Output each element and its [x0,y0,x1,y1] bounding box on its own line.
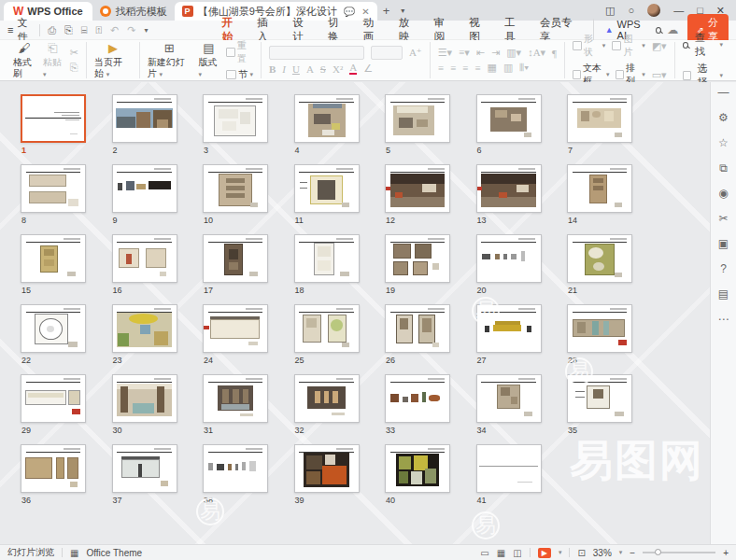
highlight-color-button[interactable]: ∠ [363,63,373,75]
id-card-icon[interactable]: ▣ [718,237,729,250]
slide-thumbnail-35[interactable] [567,374,632,423]
shapes-button[interactable]: 形状 ▾ [573,33,605,59]
shapes-panel-icon[interactable]: ⧉ [719,161,728,175]
slide-thumbnail-40[interactable] [385,444,450,493]
docer-panel-icon[interactable]: ◉ [718,187,728,200]
slide-size-icon[interactable]: ▭▾ [652,69,667,81]
align-center-icon[interactable]: ≡ [450,63,456,74]
docer-template-tab[interactable]: 找稻壳模板 [92,2,175,21]
slide-thumbnail-8[interactable] [21,164,86,213]
slide-thumbnail-34[interactable] [476,374,542,423]
slide-thumbnail-33[interactable] [385,374,450,423]
output-icon[interactable]: ⎘ [64,24,73,36]
slide-thumbnail-5[interactable] [385,94,450,143]
print-icon[interactable]: ⌸ [81,24,88,36]
layout-button[interactable]: ▤ 版式 ▾ [199,41,219,79]
slide-thumbnail-15[interactable] [21,234,86,283]
increase-font-icon[interactable]: A⁺ [409,47,422,59]
slide-thumbnail-6[interactable] [476,94,542,143]
slide-thumbnail-41[interactable] [476,444,542,493]
fit-to-window-icon[interactable]: ⊡ [577,548,585,558]
customize-quickbar-icon[interactable]: ▾ [144,26,148,35]
section-button[interactable]: 节 ▾ [226,68,253,81]
skin-settings-icon[interactable]: ○ [628,5,634,16]
font-color-button[interactable]: A [349,63,357,75]
tools-icon[interactable]: ✂ [718,212,728,225]
play-from-current-button[interactable]: ▶ 当页开始 ▾ [94,41,132,79]
cut-icon[interactable]: ✂ [70,47,78,59]
slide-thumbnail-37[interactable] [112,444,177,493]
slide-thumbnail-38[interactable] [203,444,268,493]
zoom-out-button[interactable]: − [630,548,635,558]
slide-thumbnail-17[interactable] [203,234,268,283]
slide-sorter-view-button[interactable]: ▦ [497,548,505,558]
increase-indent-icon[interactable]: ⇥ [491,47,500,59]
align-left-icon[interactable]: ≡ [438,63,444,74]
slide-thumbnail-10[interactable] [203,164,268,213]
bold-button[interactable]: B [269,63,276,75]
fill-color-icon[interactable]: ◩▾ [652,40,667,52]
slide-thumbnail-21[interactable] [567,234,632,283]
font-name-select[interactable] [269,46,364,60]
justify-icon[interactable]: ≡ [474,63,480,74]
italic-button[interactable]: I [282,63,286,75]
char-spacing-icon[interactable]: A [306,63,314,75]
zoom-menu-icon[interactable]: ▾ [619,549,623,556]
copy-icon[interactable]: ⎘ [70,62,78,74]
find-button[interactable]: 查找▾ [683,31,723,59]
print-preview-icon[interactable]: ⍐ [95,24,102,36]
reading-view-button[interactable]: ◫ [513,548,521,558]
slide-thumbnail-9[interactable] [112,164,177,213]
slide-thumbnail-2[interactable] [112,94,177,143]
underline-button[interactable]: U [292,63,300,75]
slide-thumbnail-14[interactable] [567,164,632,213]
font-size-select[interactable] [371,46,403,60]
redo-icon[interactable]: ↷ [127,24,135,36]
zoom-in-button[interactable]: + [723,548,729,558]
zoom-slider-thumb[interactable] [655,549,661,555]
slide-thumbnail-12[interactable] [385,164,450,213]
undo-icon[interactable]: ↶ [110,24,119,36]
format-painter-button[interactable]: 🖌 格式刷 [13,41,35,79]
slide-thumbnail-31[interactable] [203,374,268,423]
decrease-indent-icon[interactable]: ⇤ [476,47,485,59]
slide-thumbnail-25[interactable] [294,304,360,353]
numbering-icon[interactable]: ≡▾ [459,47,470,59]
reset-button[interactable]: 重置 [226,39,253,65]
slide-thumbnail-23[interactable] [112,304,177,353]
more-icon[interactable]: ⋯ [718,313,729,326]
line-spacing-icon[interactable]: ↕A▾ [528,47,545,59]
align-right-icon[interactable]: ≡ [462,63,468,74]
favorites-star-icon[interactable]: ☆ [718,136,729,149]
slide-thumbnail-11[interactable] [294,164,360,213]
slide-thumbnail-30[interactable] [112,374,177,423]
theme-name[interactable]: Office Theme [86,548,142,558]
slide-thumbnail-18[interactable] [294,234,360,283]
paste-button[interactable]: ⎗ 粘贴 ▾ [43,41,63,79]
distribute-icon[interactable]: ▦ [488,62,497,74]
text-direction-icon[interactable]: ▥▾ [506,47,521,59]
split-view-icon[interactable]: ◫ [605,5,615,17]
slide-thumbnail-19[interactable] [385,234,450,283]
save-icon[interactable]: ⎙ [48,24,56,36]
columns-icon[interactable]: ▥ [503,62,513,74]
zoom-slider[interactable] [643,552,715,553]
paragraph-dialog-icon[interactable]: ¶ [552,48,557,59]
cloud-sync-icon[interactable]: ☁ [667,23,678,36]
user-avatar[interactable] [647,4,660,17]
slide-thumbnail-27[interactable] [476,304,542,353]
slideshow-options-icon[interactable]: ▾ [559,549,562,556]
slide-thumbnail-24[interactable] [203,304,268,353]
new-slide-button[interactable]: ⊞ 新建幻灯片 ▾ [148,41,191,79]
slide-thumbnail-13[interactable] [476,164,542,213]
collapse-icon[interactable]: — [718,86,729,99]
slide-thumbnail-29[interactable] [21,374,86,423]
slide-thumbnail-28[interactable] [567,304,632,353]
slide-thumbnail-32[interactable] [294,374,360,423]
picture-button[interactable]: 图片 ▾ [612,33,644,59]
slide-thumbnail-3[interactable] [203,94,268,143]
slide-thumbnail-39[interactable] [294,444,360,493]
bullets-icon[interactable]: ☰▾ [438,47,452,59]
slide-thumbnail-1[interactable] [21,94,86,143]
slideshow-button[interactable]: ▶ [538,548,551,558]
